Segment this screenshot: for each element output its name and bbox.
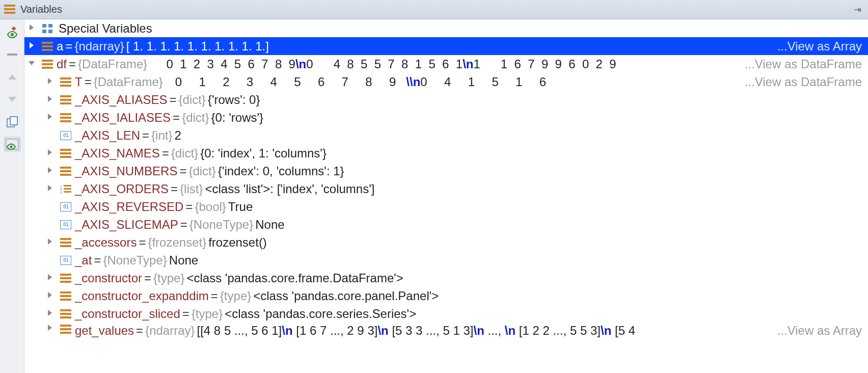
new-watch-icon[interactable]	[4, 24, 21, 40]
move-down-icon[interactable]	[4, 92, 21, 107]
eq: =	[171, 111, 182, 125]
var-name: _AXIS_REVERSED	[75, 200, 183, 214]
tree-row[interactable]: 01 _AXIS_LEN = {int} 2	[24, 126, 868, 144]
svg-text:3: 3	[60, 191, 62, 194]
svg-rect-27	[60, 120, 71, 122]
tree-row-get-values[interactable]: get_values = {ndarray} [[4 8 5 ..., 5 6 …	[24, 323, 868, 338]
svg-rect-17	[42, 63, 53, 65]
special-vars-label: Special Variables	[57, 21, 152, 36]
eq: =	[167, 93, 178, 107]
remove-watch-icon[interactable]	[4, 47, 21, 62]
expand-icon[interactable]	[46, 148, 56, 158]
svg-rect-14	[42, 45, 53, 47]
tree-row-T[interactable]: T = {DataFrame} 0 1 2 3 4 5 6 7 8 9 \\n0…	[24, 73, 868, 91]
svg-point-8	[10, 146, 12, 148]
ndarray-icon	[41, 41, 54, 52]
tree-row[interactable]: _AXIS_IALIASES = {dict} {0: 'rows'}	[24, 109, 868, 126]
tree-row[interactable]: 123 _AXIS_ORDERS = {list} <class 'list'>…	[24, 180, 868, 198]
type-icon	[59, 273, 72, 284]
show-watches-icon[interactable]	[4, 137, 21, 152]
variables-tree[interactable]: Special Variables a = {ndarray} [ 1. 1. …	[24, 19, 868, 373]
tree-row[interactable]: _AXIS_ALIASES = {dict} {'rows': 0}	[24, 91, 868, 109]
view-as-dataframe-link[interactable]: ...View as DataFrame	[744, 57, 868, 71]
svg-rect-1	[4, 8, 15, 10]
svg-rect-52	[60, 325, 71, 327]
svg-rect-23	[60, 99, 71, 101]
view-as-array-link[interactable]: ...View as Array	[776, 324, 868, 338]
svg-rect-24	[60, 102, 71, 104]
var-name: T	[75, 75, 83, 89]
dict-icon	[59, 148, 72, 159]
tree-row[interactable]: 01 _at = {NoneType} None	[24, 251, 868, 269]
tree-row-special[interactable]: Special Variables	[24, 19, 868, 37]
expand-icon[interactable]	[46, 166, 56, 176]
svg-rect-38	[64, 188, 71, 190]
expand-icon[interactable]	[28, 23, 38, 34]
tree-row[interactable]: _AXIS_NAMES = {dict} {0: 'index', 1: 'co…	[24, 144, 868, 162]
var-type: {dict}	[188, 164, 215, 178]
tree-row[interactable]: _accessors = {frozenset} frozenset()	[24, 233, 868, 251]
expand-icon[interactable]	[46, 273, 56, 283]
tree-row[interactable]: _AXIS_NUMBERS = {dict} {'index': 0, 'col…	[24, 162, 868, 180]
bool-icon: 01	[59, 201, 72, 212]
view-as-array-link[interactable]: ...View as Array	[776, 39, 868, 54]
none-icon: 01	[59, 255, 72, 266]
svg-rect-20	[60, 81, 71, 83]
svg-rect-51	[60, 316, 71, 318]
tree-row[interactable]: 01 _AXIS_REVERSED = {bool} True	[24, 198, 868, 216]
svg-rect-49	[60, 309, 71, 311]
ndarray-icon	[59, 324, 72, 335]
var-value: 0 1 2 3 4 5 6 7 8 9 \\n0 4 1 5 1 6	[163, 75, 556, 89]
tree-row-df[interactable]: df = {DataFrame} 0 1 2 3 4 5 6 7 8 9\n0 …	[24, 55, 868, 73]
var-type: {DataFrame}	[94, 75, 163, 89]
var-name: get_values	[75, 324, 134, 338]
tree-row[interactable]: _constructor = {type} <class 'pandas.cor…	[24, 269, 868, 287]
var-type: {ndarray}	[74, 39, 124, 54]
expand-icon[interactable]	[28, 41, 38, 51]
tree-row[interactable]: _constructor_sliced = {type} <class 'pan…	[24, 305, 868, 323]
panel-title: Variables	[20, 4, 62, 15]
svg-rect-39	[64, 191, 71, 193]
eq: =	[142, 271, 153, 285]
expand-icon[interactable]	[46, 291, 56, 301]
var-value: <class 'pandas.core.frame.DataFrame'>	[184, 271, 403, 285]
svg-rect-29	[60, 152, 71, 154]
duplicate-watch-icon[interactable]	[4, 114, 21, 129]
eq: =	[137, 235, 148, 250]
svg-rect-46	[60, 291, 71, 294]
tree-row[interactable]: _constructor_expanddim = {type} <class '…	[24, 287, 868, 305]
collapse-icon[interactable]	[28, 59, 38, 69]
expand-icon[interactable]	[46, 324, 56, 334]
var-type: {dict}	[171, 146, 198, 161]
svg-rect-45	[60, 281, 71, 283]
eq: =	[140, 128, 151, 143]
var-name: _AXIS_ALIASES	[75, 93, 167, 107]
tree-row-a[interactable]: a = {ndarray} [ 1. 1. 1. 1. 1. 1. 1. 1. …	[24, 37, 868, 55]
var-name: _accessors	[75, 235, 137, 250]
int-icon: 01	[59, 130, 72, 141]
eq: =	[209, 289, 220, 303]
dict-icon	[59, 112, 72, 123]
var-type: {type}	[153, 271, 184, 285]
tree-row[interactable]: 01 _AXIS_SLICEMAP = {NoneType} None	[24, 216, 868, 233]
var-name: _constructor	[75, 271, 142, 285]
var-value: 2	[172, 128, 181, 143]
expand-icon[interactable]	[46, 237, 56, 248]
svg-rect-47	[60, 295, 71, 297]
expand-icon[interactable]	[46, 184, 56, 194]
expand-icon[interactable]	[46, 309, 56, 319]
svg-rect-13	[42, 42, 53, 44]
expand-icon[interactable]	[46, 77, 56, 87]
var-value: {'index': 0, 'columns': 1}	[216, 164, 344, 178]
svg-rect-15	[42, 49, 53, 51]
svg-rect-16	[42, 60, 53, 62]
move-up-icon[interactable]	[4, 69, 21, 85]
view-as-dataframe-link[interactable]: ...View as DataFrame	[744, 75, 868, 89]
minimize-icon[interactable]: ⇥	[854, 4, 864, 15]
svg-rect-11	[42, 30, 46, 33]
frozenset-icon	[59, 237, 72, 248]
expand-icon[interactable]	[46, 113, 56, 123]
svg-rect-40	[60, 238, 71, 240]
expand-icon[interactable]	[46, 95, 56, 105]
var-type: {DataFrame}	[78, 57, 147, 71]
